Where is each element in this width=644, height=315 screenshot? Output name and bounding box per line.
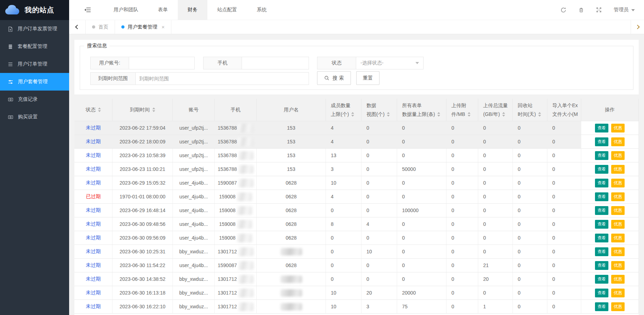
view-button[interactable]: 查看 bbox=[595, 165, 608, 174]
tab-close-icon[interactable]: × bbox=[162, 24, 165, 30]
sidebar-item-3[interactable]: 用户套餐管理 bbox=[0, 73, 69, 91]
tab-1[interactable]: 用户套餐管理× bbox=[115, 20, 171, 34]
table-row: 未过期2023-06-30 09:48:56user_4ju4b...15900… bbox=[74, 217, 639, 231]
view-button[interactable]: 查看 bbox=[595, 289, 608, 297]
sort-icon[interactable] bbox=[351, 111, 354, 118]
status-selected-value: -选择状态- bbox=[360, 60, 383, 66]
discount-button[interactable]: 优惠 bbox=[611, 179, 625, 187]
sort-icon[interactable] bbox=[538, 111, 541, 118]
username-cell bbox=[257, 245, 326, 258]
daterange-input[interactable] bbox=[136, 73, 309, 85]
view-button[interactable]: 查看 bbox=[595, 275, 608, 284]
column-header-label: 导入单个Ex bbox=[552, 101, 578, 110]
sort-icon[interactable] bbox=[152, 106, 155, 113]
column-header-10[interactable]: 回收站时间(天) bbox=[513, 99, 547, 121]
view-button[interactable]: 查看 bbox=[595, 261, 608, 270]
sort-icon[interactable] bbox=[98, 106, 101, 113]
tab-0[interactable]: 首页 bbox=[86, 20, 115, 34]
sidebar-item-1[interactable]: 套餐配置管理 bbox=[0, 38, 69, 55]
phone-visible-digits: 159008 bbox=[219, 208, 236, 213]
tabs-scroll-right-button[interactable] bbox=[631, 20, 644, 34]
sort-icon[interactable] bbox=[437, 111, 440, 118]
daterange-field-group: 到期时间范围 bbox=[90, 72, 309, 85]
phone-blur-redaction bbox=[238, 165, 254, 174]
discount-button[interactable]: 优惠 bbox=[611, 206, 625, 215]
discount-button[interactable]: 优惠 bbox=[611, 151, 625, 160]
view-button[interactable]: 查看 bbox=[595, 302, 608, 311]
column-header-6[interactable]: 数据视图(个) bbox=[362, 99, 397, 121]
tabs-scroll-left-button[interactable] bbox=[69, 20, 86, 34]
view-button[interactable]: 查看 bbox=[595, 247, 608, 256]
value-cell-6: 0 bbox=[547, 217, 581, 231]
username-cell: 153 bbox=[257, 149, 326, 162]
value-cell-3: 0 bbox=[446, 121, 478, 135]
discount-button[interactable]: 优惠 bbox=[611, 137, 625, 146]
discount-button[interactable]: 优惠 bbox=[611, 261, 625, 270]
sort-icon[interactable] bbox=[468, 111, 470, 118]
view-button[interactable]: 查看 bbox=[595, 206, 608, 215]
discount-button[interactable]: 优惠 bbox=[611, 302, 625, 311]
view-button[interactable]: 查看 bbox=[595, 220, 608, 229]
sidebar-item-4[interactable]: 充值记录 bbox=[0, 91, 69, 108]
fullscreen-icon[interactable] bbox=[596, 7, 602, 13]
sidebar-item-5[interactable]: 购买设置 bbox=[0, 108, 69, 126]
topnav-item-3[interactable]: 站点配置 bbox=[207, 0, 247, 20]
discount-button[interactable]: 优惠 bbox=[611, 165, 625, 174]
search-button[interactable]: 搜 索 bbox=[317, 71, 351, 85]
view-button[interactable]: 查看 bbox=[595, 234, 608, 242]
sort-icon[interactable] bbox=[387, 111, 390, 118]
value-cell-4: 0 bbox=[478, 176, 513, 190]
phone-visible-digits: 1301712 bbox=[218, 304, 237, 309]
actions-cell: 查看优惠 bbox=[581, 190, 639, 203]
discount-button[interactable]: 优惠 bbox=[611, 234, 625, 242]
view-button[interactable]: 查看 bbox=[595, 137, 608, 146]
discount-button[interactable]: 优惠 bbox=[611, 289, 625, 297]
column-header-5[interactable]: 成员数量上限(个) bbox=[326, 99, 362, 121]
view-button[interactable]: 查看 bbox=[595, 179, 608, 187]
value-cell-3: 0 bbox=[446, 190, 478, 203]
refresh-icon[interactable] bbox=[560, 7, 566, 13]
column-header-1[interactable]: 到期时间 bbox=[113, 99, 173, 121]
discount-button[interactable]: 优惠 bbox=[611, 124, 625, 132]
value-cell-3: 0 bbox=[446, 217, 478, 231]
phone-cell: 159008 bbox=[215, 217, 257, 231]
column-header-7[interactable]: 所有表单数据量上限(条) bbox=[397, 99, 446, 121]
collapse-menu-icon[interactable] bbox=[84, 7, 91, 13]
trash-icon[interactable] bbox=[578, 7, 584, 13]
discount-button[interactable]: 优惠 bbox=[611, 220, 625, 229]
reset-button[interactable]: 重置 bbox=[356, 71, 379, 85]
topnav-item-2[interactable]: 财务 bbox=[178, 0, 207, 20]
column-header-label: 件/MB bbox=[451, 110, 465, 119]
value-cell-1: 0 bbox=[362, 121, 397, 135]
column-header-0[interactable]: 状态 bbox=[74, 99, 113, 121]
sidebar-item-2[interactable]: 用户订单管理 bbox=[0, 55, 69, 73]
value-cell-1: 0 bbox=[362, 204, 397, 217]
expire-time-cell: 2023-06-30 14:38:52 bbox=[113, 272, 173, 286]
user-menu[interactable]: 管理员 bbox=[614, 7, 635, 13]
status-select[interactable]: -选择状态- bbox=[356, 57, 424, 69]
view-button[interactable]: 查看 bbox=[595, 151, 608, 160]
discount-button[interactable]: 优惠 bbox=[611, 192, 625, 201]
column-header-label: 回收站 bbox=[518, 101, 533, 110]
column-header-8[interactable]: 上传附件/MB bbox=[446, 99, 478, 121]
view-button[interactable]: 查看 bbox=[595, 124, 608, 132]
sidebar-item-0[interactable]: 用户订单发票管理 bbox=[0, 20, 69, 38]
view-button[interactable]: 查看 bbox=[595, 192, 608, 201]
status-field-group: 状态 -选择状态- bbox=[317, 57, 424, 69]
phone-input[interactable] bbox=[242, 57, 309, 69]
topnav-item-4[interactable]: 系统 bbox=[247, 0, 277, 20]
status-cell: 未过期 bbox=[74, 176, 113, 190]
account-input[interactable] bbox=[129, 57, 194, 69]
phone-blur-redaction bbox=[238, 137, 254, 146]
value-cell-6: 0 bbox=[547, 162, 581, 176]
value-cell-3: 0 bbox=[446, 135, 478, 148]
phone-cell: 159008 bbox=[215, 204, 257, 217]
discount-button[interactable]: 优惠 bbox=[611, 275, 625, 284]
column-header-label: 所有表单 bbox=[402, 101, 422, 110]
site-title: 我的站点 bbox=[25, 5, 54, 15]
topnav-item-1[interactable]: 表单 bbox=[148, 0, 178, 20]
column-header-9[interactable]: 上传总流量(GB/年) bbox=[478, 99, 513, 121]
topnav-item-0[interactable]: 用户和团队 bbox=[104, 0, 148, 20]
discount-button[interactable]: 优惠 bbox=[611, 247, 625, 256]
sort-icon[interactable] bbox=[502, 111, 505, 118]
